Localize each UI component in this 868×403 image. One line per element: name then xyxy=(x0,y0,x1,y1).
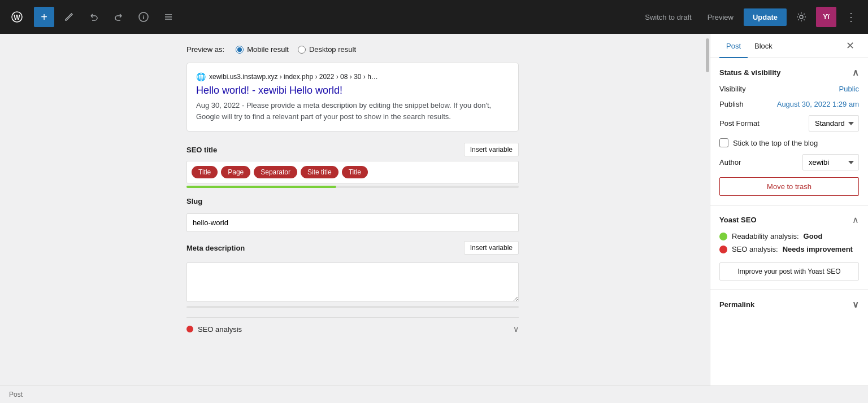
stick-to-top-row: Stick to the top of the blog xyxy=(719,138,859,147)
yoast-button[interactable]: Yï xyxy=(816,7,836,27)
yoast-seo-chevron-icon[interactable]: ∧ xyxy=(852,214,859,225)
meta-description-label-row: Meta description Insert variable xyxy=(186,241,519,255)
seo-analysis-label: SEO analysis xyxy=(198,325,242,334)
editor-scrollbar[interactable] xyxy=(705,34,710,386)
list-view-button[interactable] xyxy=(158,7,179,27)
edit-icon-button[interactable] xyxy=(59,7,79,27)
meta-description-progress-bar xyxy=(186,306,519,308)
permalink-chevron-icon[interactable]: ∨ xyxy=(852,299,859,310)
switch-to-draft-button[interactable]: Switch to draft xyxy=(639,10,697,25)
stick-to-top-checkbox[interactable] xyxy=(719,138,728,147)
seo-analysis-yoast-value: Needs improvement xyxy=(783,245,853,253)
seo-analysis-yoast-row: SEO analysis: Needs improvement xyxy=(719,245,859,253)
snippet-description: Aug 30, 2022 - Please provide a meta des… xyxy=(196,100,509,122)
seo-analysis-chevron-icon: ∨ xyxy=(513,325,519,334)
preview-as-label: Preview as: xyxy=(186,45,224,54)
seo-title-label: SEO title xyxy=(186,146,217,154)
visibility-value[interactable]: Public xyxy=(839,85,859,93)
post-format-label: Post Format xyxy=(719,119,760,128)
visibility-label: Visibility xyxy=(719,85,746,93)
publish-label: Publish xyxy=(719,100,744,108)
publish-value[interactable]: August 30, 2022 1:29 am xyxy=(777,100,859,108)
panel-tabs: Post Block ✕ xyxy=(710,34,868,58)
desktop-result-label: Desktop result xyxy=(309,45,356,54)
slug-label: Slug xyxy=(186,197,519,205)
seo-tag-separator[interactable]: Separator xyxy=(254,166,297,178)
author-label: Author xyxy=(719,158,741,167)
more-options-button[interactable]: ⋮ xyxy=(841,7,861,27)
desktop-result-option[interactable]: Desktop result xyxy=(298,45,356,54)
globe-icon: 🌐 xyxy=(196,72,206,81)
seo-analysis-yoast-label: SEO analysis: xyxy=(732,245,778,253)
seo-title-section: SEO title Insert variable xyxy=(186,143,519,156)
seo-analysis-row[interactable]: SEO analysis ∨ xyxy=(186,317,519,340)
seo-tag-site-title[interactable]: Site title xyxy=(301,166,338,178)
move-to-trash-button[interactable]: Move to trash xyxy=(719,177,859,196)
seo-analysis-orange-dot xyxy=(719,246,727,253)
undo-button[interactable] xyxy=(84,7,104,27)
readability-label: Readability analysis: xyxy=(732,232,799,240)
tab-block[interactable]: Block xyxy=(748,34,779,58)
post-format-select[interactable]: Standard Aside Chat Gallery Link Image Q… xyxy=(809,115,859,132)
readability-row: Readability analysis: Good xyxy=(719,232,859,240)
wp-logo-icon[interactable]: W xyxy=(7,7,27,27)
svg-text:W: W xyxy=(14,14,20,21)
status-visibility-section: Status & visibility ∧ Visibility Public … xyxy=(710,58,868,205)
yoast-seo-section: Yoast SEO ∧ Readability analysis: Good S… xyxy=(710,205,868,290)
status-visibility-label: Status & visibility xyxy=(719,68,780,77)
settings-button[interactable] xyxy=(791,7,811,27)
preview-button[interactable]: Preview xyxy=(702,10,739,25)
status-visibility-header: Status & visibility ∧ xyxy=(719,67,859,78)
slug-input[interactable] xyxy=(186,213,519,232)
yoast-seo-title: Yoast SEO xyxy=(719,216,757,224)
snippet-title[interactable]: Hello world! - xewibi Hello world! xyxy=(196,85,509,97)
seo-tag-title-1[interactable]: Title xyxy=(192,166,218,178)
readability-value: Good xyxy=(804,232,823,240)
update-button[interactable]: Update xyxy=(744,8,787,26)
yoast-seo-header: Yoast SEO ∧ xyxy=(719,214,859,225)
add-button[interactable]: + xyxy=(34,7,54,27)
mobile-result-option[interactable]: Mobile result xyxy=(236,45,289,54)
desktop-result-radio[interactable] xyxy=(298,46,306,54)
seo-analysis-red-dot xyxy=(186,326,193,332)
main-layout: Preview as: Mobile result Desktop result… xyxy=(0,34,868,386)
info-button[interactable] xyxy=(133,7,154,27)
scrollbar-thumb[interactable] xyxy=(706,38,709,72)
right-panel: Post Block ✕ Status & visibility ∧ Visib… xyxy=(710,34,868,386)
redo-button[interactable] xyxy=(108,7,129,27)
status-visibility-chevron-icon[interactable]: ∧ xyxy=(852,67,859,78)
permalink-section: Permalink ∨ xyxy=(710,290,868,319)
post-format-row: Post Format Standard Aside Chat Gallery … xyxy=(719,115,859,132)
seo-title-progress-fill xyxy=(186,186,336,188)
tab-post[interactable]: Post xyxy=(719,34,748,58)
seo-title-progress-bar xyxy=(186,186,519,188)
meta-description-insert-variable-button[interactable]: Insert variable xyxy=(464,241,519,255)
preview-as-row: Preview as: Mobile result Desktop result xyxy=(186,45,519,54)
snippet-desc-text: Please provide a meta description by edi… xyxy=(196,101,491,121)
snippet-url: xewibi.us3.instawp.xyz › index.php › 202… xyxy=(209,73,378,81)
panel-close-button[interactable]: ✕ xyxy=(841,34,859,58)
slug-section: Slug xyxy=(186,197,519,232)
seo-tag-title-2[interactable]: Title xyxy=(342,166,368,178)
author-row: Author xewibi xyxy=(719,154,859,170)
improve-with-yoast-button[interactable]: Improve your post with Yoast SEO xyxy=(719,262,859,281)
editor-area: Preview as: Mobile result Desktop result… xyxy=(0,34,705,386)
seo-tag-page[interactable]: Page xyxy=(221,166,250,178)
snippet-date: Aug 30, 2022 xyxy=(196,101,240,109)
topbar: W + Switch to draft Preview Update Yï ⋮ xyxy=(0,0,868,34)
seo-title-insert-variable-button[interactable]: Insert variable xyxy=(464,143,519,156)
bottom-label: Post xyxy=(0,386,868,403)
meta-description-section: Meta description Insert variable xyxy=(186,241,519,308)
readability-green-dot xyxy=(719,233,727,240)
stick-to-top-label: Stick to the top of the blog xyxy=(733,139,818,147)
mobile-result-radio[interactable] xyxy=(236,46,244,54)
meta-description-label: Meta description xyxy=(186,244,245,252)
permalink-label: Permalink xyxy=(719,300,754,309)
publish-row: Publish August 30, 2022 1:29 am xyxy=(719,100,859,108)
author-select[interactable]: xewibi xyxy=(802,154,859,170)
visibility-row: Visibility Public xyxy=(719,85,859,93)
meta-description-textarea[interactable] xyxy=(186,262,519,302)
svg-point-3 xyxy=(800,15,803,19)
seo-tags-container[interactable]: Title Page Separator Site title Title xyxy=(186,161,519,183)
snippet-separator: - xyxy=(242,101,246,109)
